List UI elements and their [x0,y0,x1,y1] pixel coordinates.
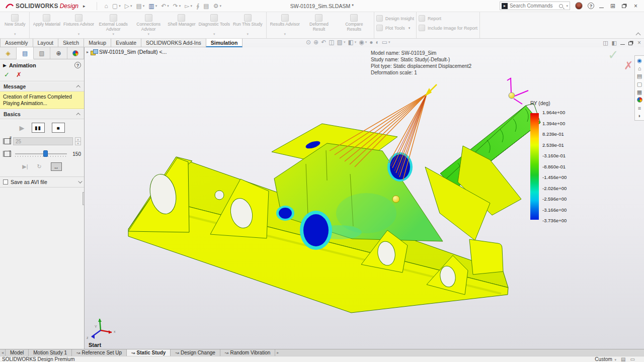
quick-access-button[interactable]: ↷ ▾ [172,2,183,10]
quick-access-button[interactable]: ▥ ▾ [147,2,158,10]
quick-access-button[interactable]: ▤ ▾ [134,2,146,10]
expand-chevron-icon[interactable] [78,179,82,183]
save-avi-checkbox[interactable] [3,179,8,185]
dropdown-caret-icon[interactable]: ▾ [119,4,121,8]
ribbon-button[interactable]: Connections Advisor ▾ [131,14,166,37]
view-tool-button[interactable]: ⊕ ▾ [313,39,318,46]
ribbon-button[interactable]: Compare Results ▾ [337,14,372,32]
close-button[interactable]: × [632,3,639,10]
view-tool-button[interactable]: ▭ ▾ [382,39,390,46]
view-tool-button[interactable]: ◐ ▾ [376,39,379,46]
ribbon-button[interactable]: Deformed Result ▾ [301,14,337,32]
speed-slider[interactable] [14,150,68,158]
menu-expand-icon[interactable]: ▸ [83,4,86,9]
quick-access-button[interactable]: ⌂ ▾ [103,2,110,10]
manager-tab[interactable]: ▦ [67,47,84,59]
study-tab[interactable]: ↝ Design Change [171,349,220,356]
task-pane-button[interactable]: ▦ [637,97,642,104]
quick-access-button[interactable]: ↶ ▾ [159,2,171,10]
search-icon[interactable] [559,4,563,8]
view-tool-button[interactable]: ◉ ▾ [359,39,367,46]
ribbon-button[interactable]: Results Advisor ▾ [269,14,301,37]
play-button[interactable]: ▶ [20,124,25,132]
task-pane-button[interactable]: ▤ [637,73,642,79]
search-input[interactable] [510,3,557,9]
graphics-area[interactable]: ▸ SW-01019_Sim (Default) <... Model name… [85,47,644,349]
dropdown-caret-icon[interactable]: ▾ [167,4,169,8]
ribbon-button[interactable]: Shell Manager ▾ [166,14,197,32]
split-pane2-icon[interactable]: ◧ [612,40,617,46]
basics-section-header[interactable]: Basics [0,109,84,119]
doc-close-button[interactable]: × [637,39,641,46]
manager-tab[interactable]: ⊕ [50,47,67,59]
step-forward-button[interactable]: ▶| [22,163,28,170]
dropdown-caret-icon[interactable]: ▾ [355,40,357,44]
dropdown-caret-icon[interactable]: ▾ [179,4,181,8]
command-tab[interactable]: Markup [84,39,111,47]
view-tool-button[interactable]: ● ▾ [369,39,373,46]
tab-scroll-right-icon[interactable]: ▸ [275,349,280,356]
ribbon-button[interactable]: Plot Tools ▾ [376,25,410,31]
ribbon-button[interactable]: Diagnostic Tools ▾ [197,14,231,37]
tab-scroll-left-icon[interactable]: ◂ [0,349,5,356]
minimize-button[interactable] [599,4,604,8]
ribbon-button[interactable]: New Study ▾ [3,14,27,37]
feature-tree-root[interactable]: ▸ SW-01019_Sim (Default) <... [87,49,167,55]
manager-tab[interactable]: ▤ [17,47,33,59]
dropdown-caret-icon[interactable]: ▾ [130,4,132,8]
dropdown-caret-icon[interactable]: ▾ [365,40,367,44]
task-pane-button[interactable]: ≡ [638,105,641,111]
task-pane-button[interactable]: ◉ [637,57,642,64]
cancel-button[interactable]: ✗ [16,71,22,78]
search-commands-box[interactable]: ▸ ▾ [500,2,570,10]
pause-button[interactable]: ▮▮ [32,123,45,133]
dropdown-caret-icon[interactable]: ▾ [112,32,114,36]
dropdown-caret-icon[interactable]: ▾ [213,32,215,36]
dropdown-caret-icon[interactable]: ▾ [147,32,149,36]
quick-access-button[interactable]: ▢ ▾ [111,2,122,10]
split-pane-icon[interactable]: ◫ [603,40,608,46]
command-tab[interactable]: Assembly [0,39,33,47]
ribbon-button[interactable]: Apply Material ▾ [32,14,62,32]
study-tab[interactable]: ↝ Random Vibration [220,349,275,356]
dropdown-caret-icon[interactable]: ▾ [388,40,390,44]
loop-button[interactable]: ↻ [37,163,42,170]
view-tool-button[interactable]: ⊙ ▾ [306,39,311,46]
view-tool-button[interactable]: ↶ ▾ [321,39,326,46]
tag-icon[interactable]: ▤ [621,356,625,362]
switch-window-button[interactable]: ⊞ [609,3,617,10]
ribbon-button[interactable]: External Loads Advisor ▾ [96,14,131,37]
dropdown-caret-icon[interactable]: ▾ [247,32,249,36]
dropdown-caret-icon[interactable]: ▾ [284,32,286,36]
frame-count-field[interactable]: 25 [13,137,73,145]
collapse-chevron-icon[interactable] [76,85,80,89]
panel-help-icon[interactable]: ? [74,62,81,68]
tree-expand-icon[interactable]: ▸ [87,50,89,54]
ribbon-collapse-icon[interactable] [636,33,641,38]
task-pane-button[interactable]: ◗ [638,113,641,119]
ribbon-button[interactable]: Fixtures Advisor ▾ [62,14,96,37]
quick-access-button[interactable]: ▻ ▾ [183,2,194,10]
user-avatar[interactable] [575,2,583,10]
ok-button[interactable]: ✓ [4,71,10,78]
ribbon-button[interactable]: Report [419,15,441,22]
view-tool-button[interactable]: ◧ ▾ [348,39,356,46]
study-tab[interactable]: ↝ Static Study [127,349,171,356]
task-pane-button[interactable]: ▢ [637,81,642,87]
doc-restore-button[interactable] [628,42,632,45]
help-icon[interactable]: ? [588,3,594,9]
restore-button[interactable] [622,5,626,8]
command-tab[interactable]: Sketch [58,39,84,47]
task-pane-button[interactable]: ⌂ [638,65,641,71]
quick-access-button[interactable]: ▤ ▾ [202,2,210,10]
quick-access-button[interactable]: ⚙ ▾ [212,2,223,10]
search-caret-icon[interactable]: ▾ [566,4,568,8]
dropdown-caret-icon[interactable]: ▾ [344,40,346,44]
collapse-chevron-icon[interactable] [76,113,80,117]
dropdown-caret-icon[interactable]: ▾ [143,4,145,8]
reciprocate-button[interactable]: ↔ [51,162,62,171]
editor-icon[interactable]: ▭ [630,356,635,362]
dropdown-caret-icon[interactable]: ▾ [409,26,411,30]
dropdown-caret-icon[interactable]: ▾ [155,4,157,8]
command-tab[interactable]: SOLIDWORKS Add-Ins [141,39,206,47]
